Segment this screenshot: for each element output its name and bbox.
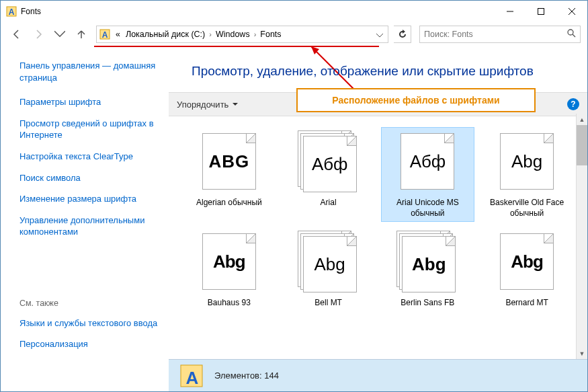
- search-input[interactable]: [424, 30, 566, 39]
- sidebar: Панель управления — домашняя страница Па…: [1, 46, 169, 391]
- navbar: A « Локальный диск (C:) › Windows › Font…: [1, 22, 587, 46]
- font-item[interactable]: AbgBell MT: [282, 227, 376, 312]
- sidebar-link[interactable]: Изменение размера шрифта: [19, 193, 161, 205]
- statusbar: A Элементов: 144: [169, 359, 587, 391]
- see-also-link[interactable]: Персонализация: [19, 338, 161, 350]
- window-controls: [495, 1, 587, 22]
- font-preview-icon: Abg: [493, 130, 560, 195]
- page-title: Просмотр, удаление, отображение или скры…: [169, 46, 587, 92]
- scroll-thumb[interactable]: [577, 125, 587, 165]
- font-preview-icon: Abg: [196, 231, 263, 295]
- sidebar-link[interactable]: Параметры шрифта: [19, 96, 161, 108]
- fonts-path-icon: A: [99, 29, 110, 40]
- item-count: Элементов: 144: [214, 370, 279, 381]
- font-label: Algerian обычный: [196, 198, 262, 208]
- annotation-callout: Расположение файлов с шрифтами: [296, 88, 536, 112]
- search-icon[interactable]: [566, 28, 576, 40]
- scroll-down-button[interactable]: ▼: [577, 348, 587, 359]
- recent-dropdown[interactable]: [50, 25, 69, 44]
- addressbar[interactable]: A « Локальный диск (C:) › Windows › Font…: [96, 26, 388, 43]
- svg-point-8: [568, 30, 573, 35]
- svg-marker-12: [233, 103, 238, 106]
- help-icon[interactable]: ?: [567, 98, 579, 110]
- font-label: Arial Unicode MS обычный: [384, 198, 472, 219]
- up-button[interactable]: [72, 25, 91, 44]
- titlebar: A Fonts: [1, 1, 587, 22]
- see-also-link[interactable]: Языки и службы текстового ввода: [19, 317, 161, 329]
- minimize-button[interactable]: [495, 1, 526, 22]
- chevron-right-icon: ›: [208, 30, 213, 38]
- font-item[interactable]: AbgBauhaus 93: [182, 227, 276, 312]
- main-panel: Просмотр, удаление, отображение или скры…: [169, 46, 587, 391]
- vertical-scrollbar[interactable]: ▲ ▼: [576, 114, 587, 359]
- font-item[interactable]: AbgBerlin Sans FB: [381, 227, 475, 312]
- searchbox[interactable]: [419, 26, 581, 43]
- sidebar-link[interactable]: Управление дополнительными компонентами: [19, 214, 161, 238]
- breadcrumb-item[interactable]: Windows: [213, 30, 253, 39]
- font-preview-text: Абф: [312, 154, 347, 175]
- font-preview-icon: Abg: [394, 231, 461, 295]
- font-preview-text: Abg: [314, 254, 345, 275]
- font-preview-text: Abg: [412, 254, 446, 275]
- font-preview-text: ABG: [208, 151, 249, 172]
- panel-home-link[interactable]: Панель управления — домашняя страница: [19, 60, 161, 84]
- font-item[interactable]: AbgBaskerville Old Face обычный: [480, 127, 574, 222]
- sidebar-link[interactable]: Поиск символа: [19, 172, 161, 184]
- content: Панель управления — домашняя страница Па…: [1, 46, 587, 391]
- forward-button[interactable]: [29, 25, 48, 44]
- fonts-app-icon: A: [6, 6, 17, 17]
- close-button[interactable]: [556, 1, 587, 22]
- font-preview-icon: Абф: [295, 130, 362, 195]
- chevron-down-icon: [233, 103, 238, 106]
- fonts-large-icon: A: [179, 364, 204, 388]
- font-label: Bernard MT: [505, 298, 548, 309]
- font-preview-icon: Abg: [493, 231, 560, 295]
- svg-text:A: A: [186, 368, 199, 388]
- back-button[interactable]: [7, 25, 26, 44]
- font-preview-text: Abg: [511, 251, 543, 272]
- breadcrumb[interactable]: « Локальный диск (C:) › Windows › Fonts: [113, 30, 284, 39]
- svg-text:A: A: [9, 7, 15, 17]
- window-title: Fonts: [21, 7, 495, 16]
- chevron-right-icon: ›: [253, 30, 258, 38]
- font-preview-text: Абф: [410, 151, 446, 172]
- font-item[interactable]: АбфArial: [282, 127, 376, 222]
- font-label: Baskerville Old Face обычный: [483, 198, 571, 219]
- see-also-label: См. также: [19, 299, 161, 308]
- font-label: Arial: [321, 198, 337, 208]
- organize-button[interactable]: Упорядочить: [177, 100, 238, 110]
- maximize-button[interactable]: [526, 1, 556, 22]
- scroll-up-button[interactable]: ▲: [577, 114, 587, 125]
- svg-rect-3: [538, 9, 544, 15]
- font-label: Berlin Sans FB: [401, 298, 454, 309]
- font-item[interactable]: АбфArial Unicode MS обычный: [381, 127, 475, 222]
- breadcrumb-prefix: «: [113, 30, 123, 39]
- breadcrumb-item[interactable]: Локальный диск (C:): [123, 30, 208, 39]
- font-item[interactable]: ABGAlgerian обычный: [182, 127, 276, 222]
- font-preview-text: Abg: [511, 151, 542, 172]
- sidebar-link[interactable]: Настройка текста ClearType: [19, 151, 161, 163]
- font-label: Bauhaus 93: [208, 298, 251, 309]
- font-label: Bell MT: [314, 298, 342, 309]
- svg-text:A: A: [102, 30, 108, 40]
- svg-line-9: [573, 34, 575, 37]
- font-preview-icon: ABG: [196, 130, 263, 195]
- address-dropdown[interactable]: [374, 28, 385, 40]
- sidebar-link[interactable]: Просмотр сведений о шрифтах в Интернете: [19, 118, 161, 141]
- breadcrumb-item[interactable]: Fonts: [257, 30, 284, 39]
- font-preview-icon: Абф: [394, 130, 461, 195]
- font-preview-text: Abg: [213, 251, 245, 272]
- font-item[interactable]: AbgBernard MT: [480, 227, 574, 312]
- refresh-button[interactable]: [394, 26, 411, 43]
- font-grid: ABGAlgerian обычныйАбфArialАбфArial Unic…: [169, 116, 587, 359]
- font-preview-icon: Abg: [295, 231, 362, 295]
